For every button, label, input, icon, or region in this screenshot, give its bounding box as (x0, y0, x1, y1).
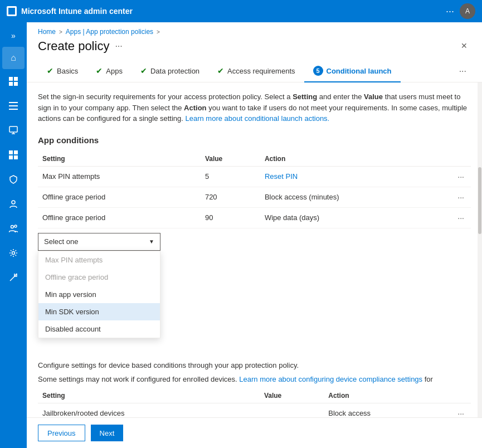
row3-value: 90 (201, 207, 260, 228)
row2-action: Block access (minutes) (260, 187, 449, 207)
app-logo (7, 6, 17, 16)
app-layout: » ⌂ (0, 22, 482, 448)
tabs-more-button[interactable]: ··· (455, 64, 471, 79)
device-compliance-link[interactable]: Learn more about configuring device comp… (239, 375, 422, 383)
tools-icon (9, 273, 18, 284)
scrollbar[interactable] (478, 82, 482, 417)
svg-rect-12 (9, 155, 13, 159)
sidebar-item-security[interactable] (2, 169, 25, 192)
device-row1-setting: Jailbroken/rooted devices (38, 403, 260, 417)
tab-data-protection[interactable]: ✔ Data protection (132, 61, 208, 82)
learn-more-link[interactable]: Learn more about conditional launch acti… (186, 114, 330, 123)
device-col-setting: Setting (38, 388, 260, 403)
dropdown-option-max-pin: Max PIN attempts (38, 251, 160, 269)
tab-conditional-launch[interactable]: 5 Conditional launch (304, 60, 401, 82)
sidebar-item-apps[interactable] (2, 145, 25, 167)
panel-more-button[interactable]: ··· (115, 41, 122, 51)
user-avatar[interactable]: A (460, 3, 475, 19)
row3-more-button[interactable]: ··· (455, 212, 466, 223)
panel-header: Create policy ··· ✕ (27, 39, 482, 60)
device-conditions-line2-prefix: Some settings may not work if configured… (38, 375, 237, 383)
sidebar-item-tools[interactable] (2, 267, 25, 290)
table-row: Jailbroken/rooted devices Block access ·… (38, 403, 471, 417)
tab-basics-check-icon: ✔ (47, 66, 53, 75)
app-conditions-select[interactable]: Select one ▼ (38, 233, 160, 251)
user-icon (9, 199, 17, 211)
svg-rect-2 (9, 82, 13, 86)
app-conditions-title: App conditions (38, 135, 471, 145)
shield-icon (9, 175, 17, 186)
title-bar-left: Microsoft Intune admin center (7, 6, 133, 16)
content-area: Set the sign-in security requirements fo… (27, 82, 482, 417)
device-row1-action: Block access (324, 403, 449, 417)
sidebar-item-user[interactable] (2, 194, 25, 216)
svg-rect-0 (9, 77, 13, 81)
next-button[interactable]: Next (91, 425, 124, 441)
device-conditions-line2-suffix: for (425, 375, 433, 383)
tab-apps[interactable]: ✔ Apps (87, 61, 132, 82)
svg-point-17 (12, 252, 15, 255)
sidebar-item-home[interactable]: ⌂ (2, 47, 25, 69)
svg-rect-1 (14, 77, 18, 81)
title-bar: Microsoft Intune admin center ··· A (0, 0, 482, 22)
sidebar-item-list[interactable] (2, 96, 25, 118)
svg-rect-5 (9, 105, 18, 106)
device-row1-more-button[interactable]: ··· (455, 408, 466, 418)
svg-rect-13 (14, 155, 18, 159)
row1-more-button[interactable]: ··· (455, 171, 466, 182)
row2-more-button[interactable]: ··· (455, 192, 466, 203)
users-icon (9, 224, 18, 235)
col-header-value: Value (201, 152, 260, 167)
dropdown-option-min-app[interactable]: Min app version (38, 286, 160, 303)
breadcrumb-home[interactable]: Home (38, 28, 56, 36)
title-bar-more-icon[interactable]: ··· (446, 6, 454, 17)
monitor-icon (9, 126, 18, 137)
row1-action[interactable]: Reset PIN (265, 172, 298, 181)
description-text: Set the sign-in security requirements fo… (38, 91, 471, 124)
device-conditions-line1: Configure settings for device based cond… (38, 361, 299, 369)
tab-basics[interactable]: ✔ Basics (38, 61, 87, 82)
close-button[interactable]: ✕ (457, 39, 471, 52)
device-conditions-description: Configure settings for device based cond… (38, 360, 471, 371)
device-conditions-enrolled-desc: Some settings may not work if configured… (38, 374, 471, 385)
previous-button[interactable]: Previous (38, 425, 85, 441)
tab-access-requirements-label: Access requirements (227, 67, 295, 75)
sidebar-item-settings[interactable] (2, 243, 25, 265)
sidebar-item-dashboard[interactable] (2, 71, 25, 94)
svg-point-14 (12, 201, 15, 204)
device-row1-value (260, 403, 324, 417)
breadcrumb-policies[interactable]: Apps | App protection policies (66, 28, 153, 36)
row1-value: 5 (201, 166, 260, 187)
col-header-action: Action (260, 152, 449, 167)
breadcrumb-sep-1: > (59, 29, 62, 35)
dropdown-option-disabled-account[interactable]: Disabled account (38, 320, 160, 338)
chevron-down-icon: ▼ (149, 238, 154, 245)
device-col-value: Value (260, 388, 324, 403)
title-bar-right: ··· A (446, 3, 475, 19)
sidebar-item-users[interactable] (2, 218, 25, 241)
tab-conditional-launch-number: 5 (313, 66, 323, 76)
sidebar: » ⌂ (0, 22, 27, 448)
scrollbar-thumb[interactable] (478, 167, 481, 234)
tab-data-protection-check-icon: ✔ (140, 66, 147, 75)
svg-rect-6 (9, 109, 18, 110)
row2-value: 720 (201, 187, 260, 207)
tab-conditional-launch-label: Conditional launch (327, 67, 392, 75)
svg-rect-3 (14, 82, 18, 86)
row2-setting: Offline grace period (38, 187, 201, 207)
device-col-action: Action (324, 388, 449, 403)
tab-access-requirements[interactable]: ✔ Access requirements (208, 61, 304, 82)
tab-apps-label: Apps (106, 67, 123, 75)
row3-setting: Offline grace period (38, 207, 201, 228)
table-row: Offline grace period 90 Wipe data (days)… (38, 207, 471, 228)
svg-point-15 (11, 226, 14, 228)
sidebar-item-monitor[interactable] (2, 120, 25, 143)
sidebar-collapse-button[interactable]: » (7, 27, 20, 45)
table-row: Max PIN attempts 5 Reset PIN ··· (38, 166, 471, 187)
home-icon: ⌂ (11, 53, 16, 63)
dropdown-option-min-sdk[interactable]: Min SDK version (38, 303, 160, 320)
breadcrumb: Home > Apps | App protection policies > (27, 22, 482, 39)
row1-setting: Max PIN attempts (38, 166, 201, 187)
app-conditions-dropdown-menu: Max PIN attempts Offline grace period Mi… (38, 251, 160, 338)
tabs-row: ✔ Basics ✔ Apps ✔ Data protection ✔ Acce… (27, 60, 482, 82)
